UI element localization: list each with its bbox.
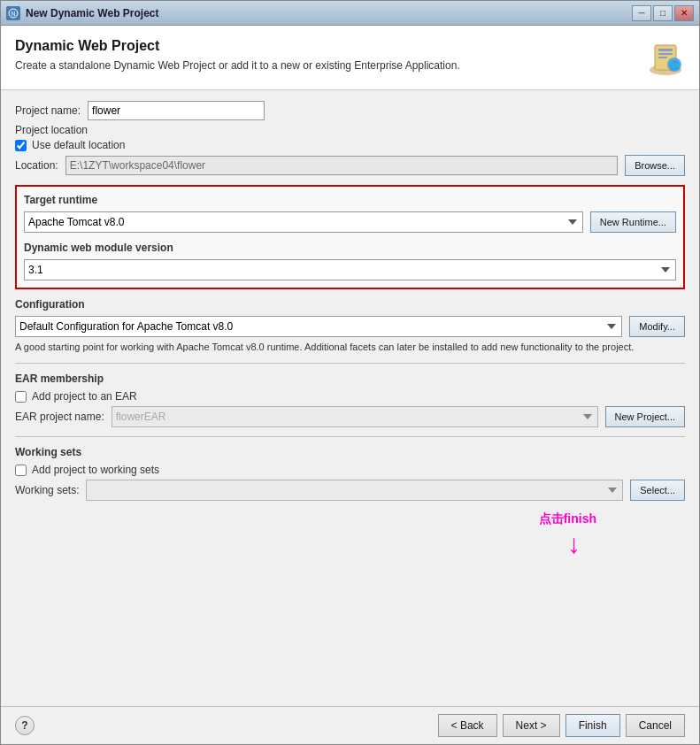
- location-label: Location:: [15, 159, 58, 172]
- target-runtime-box: Target runtime Apache Tomcat v8.0 New Ru…: [15, 185, 685, 289]
- cancel-button[interactable]: Cancel: [626, 714, 685, 737]
- dialog-title: Dynamic Web Project: [15, 38, 460, 54]
- svg-rect-4: [658, 49, 673, 51]
- project-location-group: Project location Use default location Lo…: [15, 124, 685, 176]
- svg-rect-5: [658, 53, 673, 55]
- separator-1: [15, 363, 685, 364]
- new-runtime-button[interactable]: New Runtime...: [590, 211, 676, 233]
- finish-button[interactable]: Finish: [565, 714, 620, 737]
- back-button[interactable]: < Back: [438, 714, 497, 737]
- svg-text:N: N: [11, 11, 15, 17]
- add-to-working-sets-row: Add project to working sets: [15, 464, 685, 476]
- working-sets-row: Working sets: Select...: [15, 480, 685, 501]
- form-section: Project name: Project location Use defau…: [1, 90, 699, 706]
- footer-left: ?: [15, 716, 35, 735]
- target-runtime-title: Target runtime: [24, 194, 676, 206]
- header-icon: 🌐: [646, 38, 685, 77]
- project-name-row: Project name:: [15, 101, 685, 120]
- use-default-label: Use default location: [32, 139, 125, 151]
- working-sets-label2: Working sets:: [15, 484, 79, 496]
- footer-right: < Back Next > Finish Cancel: [438, 714, 685, 737]
- minimize-button[interactable]: ─: [632, 5, 651, 21]
- target-runtime-dropdown[interactable]: Apache Tomcat v8.0: [24, 211, 583, 233]
- location-input: [65, 156, 618, 175]
- ear-project-name-row: EAR project name: flowerEAR New Project.…: [15, 406, 685, 427]
- working-sets-label: Working sets: [15, 446, 685, 458]
- configuration-row: Default Configuration for Apache Tomcat …: [15, 316, 685, 337]
- dynamic-web-module-dropdown[interactable]: 3.1: [24, 259, 676, 280]
- window-controls: ─ □ ✕: [632, 5, 694, 21]
- maximize-button[interactable]: □: [653, 5, 673, 21]
- ear-membership-label: EAR membership: [15, 372, 685, 385]
- configuration-group: Configuration Default Configuration for …: [15, 298, 685, 354]
- separator-2: [15, 436, 685, 437]
- dialog-content: Dynamic Web Project Create a standalone …: [1, 26, 699, 744]
- next-button[interactable]: Next >: [503, 714, 560, 737]
- add-to-ear-label: Add project to an EAR: [32, 390, 137, 403]
- title-bar: N New Dynamic Web Project ─ □ ✕: [1, 1, 699, 26]
- header-text: Dynamic Web Project Create a standalone …: [15, 38, 460, 72]
- header-section: Dynamic Web Project Create a standalone …: [1, 26, 699, 90]
- dynamic-web-module-row: 3.1: [24, 259, 676, 280]
- click-annotation: 点击finish: [539, 511, 596, 527]
- project-name-input[interactable]: [88, 101, 265, 120]
- svg-text:🌐: 🌐: [669, 59, 681, 71]
- help-button[interactable]: ?: [15, 716, 35, 735]
- browse-button[interactable]: Browse...: [625, 155, 685, 176]
- dialog-footer: ? < Back Next > Finish Cancel: [1, 706, 699, 744]
- configuration-info: A good starting point for working with A…: [15, 341, 685, 354]
- project-location-label: Project location: [15, 124, 685, 136]
- ear-project-name-dropdown: flowerEAR: [112, 406, 598, 427]
- modify-button[interactable]: Modify...: [629, 316, 685, 337]
- configuration-label: Configuration: [15, 298, 685, 311]
- ear-project-name-label: EAR project name:: [15, 411, 104, 423]
- use-default-checkbox[interactable]: [15, 140, 27, 151]
- location-row: Location: Browse...: [15, 155, 685, 176]
- add-to-working-sets-checkbox[interactable]: [15, 465, 27, 476]
- new-project-button[interactable]: New Project...: [605, 406, 685, 427]
- window-icon: N: [6, 6, 20, 20]
- target-runtime-row: Apache Tomcat v8.0 New Runtime...: [24, 211, 676, 233]
- working-sets-group: Working sets Add project to working sets…: [15, 446, 685, 501]
- main-window: N New Dynamic Web Project ─ □ ✕ Dynamic …: [0, 0, 700, 745]
- project-name-label: Project name:: [15, 104, 81, 117]
- svg-rect-6: [658, 57, 667, 58]
- working-sets-dropdown: [86, 480, 623, 501]
- window-title: New Dynamic Web Project: [26, 7, 632, 19]
- select-button[interactable]: Select...: [630, 480, 685, 501]
- add-to-ear-row: Add project to an EAR: [15, 390, 685, 403]
- dynamic-web-module-label: Dynamic web module version: [24, 242, 676, 254]
- add-to-working-sets-label: Add project to working sets: [32, 464, 159, 476]
- dialog-description: Create a standalone Dynamic Web Project …: [15, 59, 460, 72]
- configuration-dropdown[interactable]: Default Configuration for Apache Tomcat …: [15, 316, 622, 337]
- annotation-area: 点击finish ↓: [15, 510, 685, 563]
- ear-membership-group: EAR membership Add project to an EAR EAR…: [15, 372, 685, 427]
- close-button[interactable]: ✕: [674, 5, 694, 21]
- use-default-location-row: Use default location: [15, 139, 685, 151]
- arrow-annotation: ↓: [567, 531, 581, 557]
- add-to-ear-checkbox[interactable]: [15, 391, 27, 403]
